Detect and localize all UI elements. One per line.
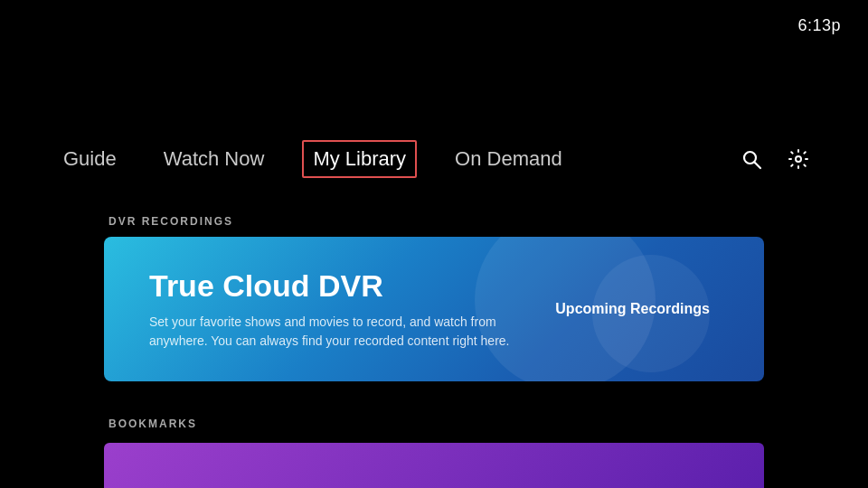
svg-point-2 [796, 156, 801, 162]
search-button[interactable] [736, 144, 767, 174]
main-nav: Guide Watch Now My Library On Demand [54, 140, 814, 178]
dvr-banner[interactable]: True Cloud DVR Set your favorite shows a… [104, 237, 764, 381]
nav-item-on-demand[interactable]: On Demand [446, 142, 571, 176]
dvr-title: True Cloud DVR [149, 268, 510, 304]
bookmarks-section-label: BOOKMARKS [108, 418, 197, 430]
dvr-section-label: DVR RECORDINGS [108, 215, 233, 228]
nav-item-guide[interactable]: Guide [54, 142, 126, 176]
nav-item-my-library[interactable]: My Library [302, 140, 417, 178]
nav-items: Guide Watch Now My Library On Demand [54, 140, 736, 178]
gear-icon [788, 148, 809, 170]
clock: 6:13p [797, 16, 841, 35]
upcoming-recordings-button[interactable]: Upcoming Recordings [555, 301, 764, 317]
dvr-description: Set your favorite shows and movies to re… [149, 313, 510, 351]
nav-icons [736, 144, 814, 174]
nav-item-watch-now[interactable]: Watch Now [155, 142, 274, 176]
settings-button[interactable] [783, 144, 814, 174]
dvr-content: True Cloud DVR Set your favorite shows a… [104, 268, 555, 351]
search-icon [741, 148, 762, 170]
bookmarks-banner[interactable] [104, 443, 764, 488]
svg-line-1 [755, 163, 761, 169]
